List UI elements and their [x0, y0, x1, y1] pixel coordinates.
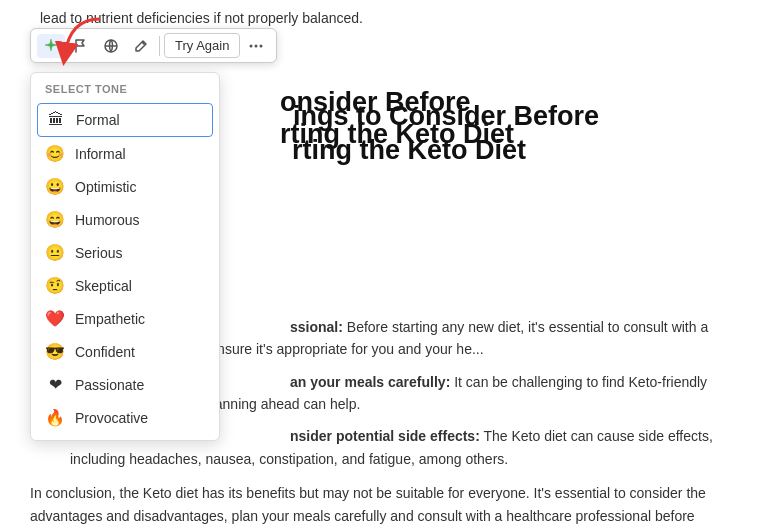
globe-button[interactable] — [97, 34, 125, 58]
optimistic-icon: 😀 — [45, 177, 65, 196]
tone-item-informal[interactable]: 😊 Informal — [31, 137, 219, 170]
more-button[interactable] — [242, 34, 270, 58]
svg-point-3 — [260, 44, 263, 47]
humorous-icon: 😄 — [45, 210, 65, 229]
tone-item-confident[interactable]: 😎 Confident — [31, 335, 219, 368]
conclusion-text: In conclusion, the Keto diet has its ben… — [30, 482, 736, 527]
tone-item-skeptical[interactable]: 🤨 Skeptical — [31, 269, 219, 302]
tone-label-formal: Formal — [76, 112, 120, 128]
sparkle-button[interactable] — [37, 34, 65, 58]
tone-item-serious[interactable]: 😐 Serious — [31, 236, 219, 269]
tone-label-confident: Confident — [75, 344, 135, 360]
svg-point-2 — [255, 44, 258, 47]
top-text: lead to nutrient deficiencies if not pro… — [30, 10, 736, 26]
skeptical-icon: 🤨 — [45, 276, 65, 295]
tone-label-optimistic: Optimistic — [75, 179, 136, 195]
article-title: onsider Before rting the Keto Diet — [280, 86, 514, 151]
dropdown-header: SELECT TONE — [31, 79, 219, 103]
try-again-button[interactable]: Try Again — [164, 33, 240, 58]
empathetic-icon: ❤️ — [45, 309, 65, 328]
svg-point-1 — [250, 44, 253, 47]
edit-button[interactable] — [127, 34, 155, 58]
passionate-icon: ❤ — [45, 375, 65, 394]
tone-item-optimistic[interactable]: 😀 Optimistic — [31, 170, 219, 203]
toolbar-divider — [159, 36, 160, 56]
tone-item-provocative[interactable]: 🔥 Provocative — [31, 401, 219, 434]
tone-label-empathetic: Empathetic — [75, 311, 145, 327]
provocative-icon: 🔥 — [45, 408, 65, 427]
tone-item-humorous[interactable]: 😄 Humorous — [31, 203, 219, 236]
tone-label-humorous: Humorous — [75, 212, 140, 228]
informal-icon: 😊 — [45, 144, 65, 163]
tone-item-passionate[interactable]: ❤ Passionate — [31, 368, 219, 401]
formal-icon: 🏛 — [46, 111, 66, 129]
flag-button[interactable] — [67, 34, 95, 58]
tone-label-provocative: Provocative — [75, 410, 148, 426]
tone-dropdown: SELECT TONE 🏛 Formal 😊 Informal 😀 Optimi… — [30, 72, 220, 441]
tone-item-formal[interactable]: 🏛 Formal — [37, 103, 213, 137]
title-line1: onsider Before — [280, 86, 514, 118]
tone-label-skeptical: Skeptical — [75, 278, 132, 294]
tone-label-serious: Serious — [75, 245, 122, 261]
tone-label-passionate: Passionate — [75, 377, 144, 393]
tone-label-informal: Informal — [75, 146, 126, 162]
serious-icon: 😐 — [45, 243, 65, 262]
title-line2: rting the Keto Diet — [280, 118, 514, 150]
confident-icon: 😎 — [45, 342, 65, 361]
toolbar: Try Again — [30, 28, 277, 63]
tone-item-empathetic[interactable]: ❤️ Empathetic — [31, 302, 219, 335]
